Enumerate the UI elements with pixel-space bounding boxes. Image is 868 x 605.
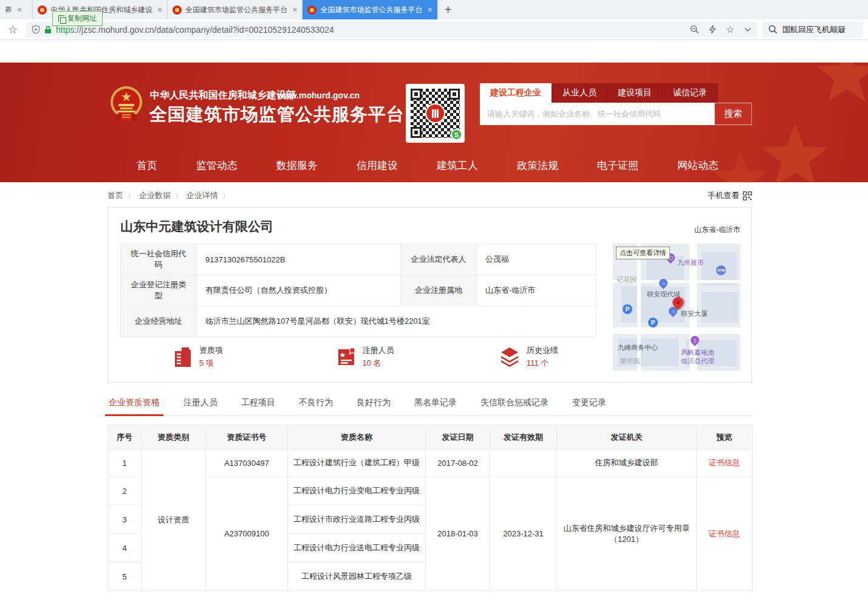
- map-label: 临沂总代理: [681, 357, 714, 366]
- tab-qualifications[interactable]: 企业资质资格: [108, 397, 161, 415]
- browser-quick-search[interactable]: 国航回应飞机颠簸: [762, 22, 863, 38]
- stat-history-performance: 历史业绩111 个: [499, 345, 590, 369]
- qr-center-logo: [425, 103, 445, 123]
- col-preview: 预览: [697, 425, 753, 449]
- search-tab-enterprise[interactable]: 建设工程企业: [480, 83, 552, 103]
- site-favicon-icon: [173, 5, 182, 15]
- layers-icon: [499, 347, 521, 367]
- browser-tab-0[interactable]: 界 ×: [0, 0, 33, 19]
- col-authority: 发证机关: [557, 425, 697, 449]
- nav-credit[interactable]: 信用建设: [357, 159, 398, 173]
- stat-label: 资质项: [199, 345, 223, 356]
- map-label: 联安大厦: [681, 309, 708, 318]
- legal-rep-value: 公茂福: [477, 244, 596, 275]
- favorite-star-icon[interactable]: ☆: [726, 24, 734, 35]
- nav-e-license[interactable]: 电子证照: [597, 159, 638, 173]
- site-favicon-icon: [307, 5, 316, 15]
- tab-change-records[interactable]: 变更记录: [571, 397, 607, 415]
- shield-icon: [32, 25, 40, 34]
- tab-dishonesty-records[interactable]: 失信联合惩戒记录: [479, 397, 550, 415]
- browser-tab-2[interactable]: 全国建筑市场监管公共服务平台 ×: [168, 0, 302, 19]
- tab-good-behavior[interactable]: 良好行为: [355, 397, 392, 415]
- bookmark-star-icon[interactable]: ☆: [5, 23, 21, 36]
- ministry-name: 中华人民共和国住房和城乡建设部: [150, 89, 296, 102]
- company-detail-card: 山东中元建筑设计有限公司 山东省-临沂市 统一社会信用代码 9137130267…: [108, 207, 752, 383]
- zoom-out-icon[interactable]: [690, 25, 699, 34]
- address-bar[interactable]: https://jzsc.mohurd.gov.cn/data/company/…: [26, 22, 757, 38]
- parking-icon: P: [623, 304, 632, 314]
- col-seq: 序号: [108, 425, 142, 449]
- breadcrumb-company-data[interactable]: 企业数据: [139, 190, 171, 201]
- header-search-widget: 建设工程企业 从业人员 建设项目 诚信记录 请输入关键词，例如企业名称、统一社会…: [480, 83, 752, 125]
- url-text: https://jzsc.mohurd.gov.cn/data/company/…: [56, 25, 686, 35]
- chevron-down-icon[interactable]: [744, 27, 751, 32]
- ministry-website: www.mohurd.gov.cn: [277, 91, 360, 100]
- keyword-search-input[interactable]: 请输入关键词，例如企业名称、统一社会信用代码: [480, 103, 714, 125]
- nav-data-service[interactable]: 数据服务: [276, 159, 318, 173]
- lock-icon: [44, 26, 52, 34]
- seq-cell: 3: [108, 505, 142, 534]
- close-icon[interactable]: ×: [292, 5, 297, 15]
- certificate-info-link[interactable]: 证书信息: [709, 458, 740, 467]
- flash-save-icon[interactable]: [709, 25, 716, 34]
- flag-star-decoration: [710, 149, 771, 182]
- seq-cell: 2: [108, 477, 142, 505]
- nav-policy[interactable]: 政策法规: [517, 159, 558, 173]
- close-icon[interactable]: ×: [17, 5, 22, 15]
- certificate-info-link[interactable]: 证书信息: [709, 529, 740, 538]
- tab-registered-personnel[interactable]: 注册人员: [182, 397, 219, 415]
- breadcrumb-sep-icon: 〉: [128, 191, 135, 201]
- search-tab-personnel[interactable]: 从业人员: [552, 83, 607, 103]
- header-qr-code: S: [406, 84, 465, 143]
- company-region: 山东省-临沂市: [694, 225, 740, 235]
- close-icon[interactable]: ×: [157, 5, 162, 15]
- nav-workers[interactable]: 建筑工人: [437, 159, 478, 173]
- browser-url-bar: ☆ https://jzsc.mohurd.gov.cn/data/compan…: [0, 19, 868, 40]
- info-label: 统一社会信用代码: [121, 244, 197, 275]
- company-info-table: 统一社会信用代码 91371302675501022B 企业法定代表人 公茂福 …: [120, 244, 596, 337]
- close-icon[interactable]: ×: [427, 5, 432, 15]
- copy-url-tooltip: 复制网址: [52, 11, 103, 26]
- browser-tab-bar: 界 × 中华人民共和国住房和城乡建设 × 全国建筑市场监管公共服务平台 × 全国…: [0, 0, 868, 19]
- qual-name-cell: 工程设计电力行业变电工程专业丙级: [288, 477, 426, 505]
- search-icon: [768, 25, 777, 34]
- nav-home[interactable]: 首页: [137, 159, 157, 173]
- copy-icon: [58, 15, 64, 22]
- browser-tab-3-active[interactable]: 全国建筑市场监管公共服务平台 ×: [302, 0, 437, 19]
- tab-bad-behavior[interactable]: 不良行为: [298, 397, 334, 415]
- authority-cell: 山东省住房和城乡建设厅许可专用章 （1201）: [557, 477, 697, 591]
- search-tab-credit[interactable]: 诚信记录: [663, 83, 718, 103]
- stat-value: 5 项: [199, 358, 223, 369]
- cert-no-cell: A237009100: [206, 477, 288, 591]
- registration-type-value: 有限责任公司（自然人投资或控股）: [197, 275, 401, 306]
- breadcrumb-home[interactable]: 首页: [108, 190, 123, 201]
- company-location-map[interactable]: 点击可查看详情 ◻ 九州超市 ATM 记花园 ⌂ 联安现代城 ⌂ 联安大厦 P …: [613, 244, 740, 371]
- search-button[interactable]: 搜索: [714, 103, 752, 125]
- national-emblem-logo: [110, 86, 143, 128]
- preview-cell: 证书信息: [697, 449, 753, 477]
- stat-qualifications: 资质项5 项: [173, 345, 264, 369]
- nav-site-news[interactable]: 网站动态: [677, 159, 719, 173]
- info-label: 企业经营地址: [121, 306, 197, 337]
- page-top-gap: [0, 40, 868, 63]
- qual-name-cell: 工程设计电力行业送电工程专业丙级: [288, 534, 426, 562]
- seq-cell: 1: [108, 449, 142, 477]
- qualification-table: 序号 资质类别 资质证书号 资质名称 发证日期 发证有效期 发证机关 预览 1 …: [108, 425, 753, 591]
- col-issue-date: 发证日期: [426, 425, 490, 449]
- map-label: 九州超市: [677, 258, 704, 267]
- tab-projects[interactable]: 工程项目: [240, 397, 276, 415]
- cert-no-cell: A137030497: [206, 449, 288, 477]
- col-category: 资质类别: [142, 425, 206, 449]
- valid-until-cell: [490, 449, 557, 477]
- seq-cell: 5: [108, 562, 142, 591]
- table-row: 企业登记注册类型 有限责任公司（自然人投资或控股） 企业注册属地 山东省-临沂市: [121, 275, 596, 306]
- mobile-view-link[interactable]: 手机查看: [708, 190, 752, 201]
- search-tab-project[interactable]: 建设项目: [607, 83, 663, 103]
- table-row: 企业经营地址 临沂市兰山区陶然路107号星河晶都（联安）现代城1号楼2201室: [121, 306, 596, 337]
- nav-supervision[interactable]: 监管动态: [196, 159, 238, 173]
- breadcrumb-sep-icon: 〉: [175, 191, 182, 201]
- tab-blacklist[interactable]: 黑名单记录: [413, 397, 458, 415]
- new-tab-button[interactable]: +: [438, 0, 459, 19]
- site-favicon-icon: [38, 5, 47, 15]
- breadcrumb-company-detail[interactable]: 企业详情: [186, 190, 218, 201]
